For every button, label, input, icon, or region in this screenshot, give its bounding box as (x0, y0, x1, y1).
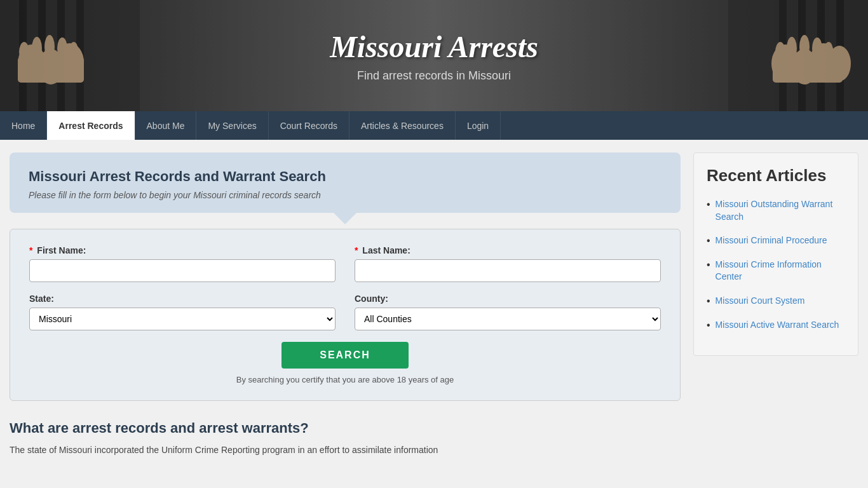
county-group: County: All Counties (355, 294, 661, 330)
svg-point-25 (787, 37, 797, 60)
svg-point-13 (69, 42, 78, 60)
bullet-icon: • (707, 259, 710, 271)
nav-home[interactable]: Home (0, 111, 47, 140)
bottom-content: What are arrest records and arrest warra… (10, 420, 681, 457)
svg-point-12 (57, 37, 67, 59)
name-row: * First Name: * Last Name: (29, 245, 661, 282)
last-name-input[interactable] (355, 259, 661, 282)
required-star-last: * (355, 245, 358, 255)
county-label: County: (355, 294, 661, 304)
nav-court-records[interactable]: Court Records (269, 111, 349, 140)
sidebar-link-crime-information[interactable]: Missouri Crime Information Center (715, 259, 845, 283)
svg-point-10 (32, 37, 42, 60)
search-box-subtitle: Please fill in the form below to begin y… (29, 190, 661, 200)
state-select[interactable]: Missouri (29, 308, 336, 330)
svg-point-27 (812, 37, 822, 59)
site-header: Missouri Arrests Find arrest records in … (0, 0, 868, 111)
svg-point-24 (775, 42, 785, 62)
state-group: State: Missouri (29, 294, 336, 330)
list-item: • Missouri Outstanding Warrant Search (707, 198, 845, 223)
bullet-icon: • (707, 295, 710, 307)
sidebar-link-court-system[interactable]: Missouri Court System (715, 295, 805, 308)
svg-point-28 (824, 42, 833, 60)
nav-login[interactable]: Login (456, 111, 501, 140)
location-row: State: Missouri County: All Counties (29, 294, 661, 330)
list-item: • Missouri Active Warrant Search (707, 319, 845, 332)
sidebar-title: Recent Articles (707, 166, 845, 186)
sidebar-card: Recent Articles • Missouri Outstanding W… (693, 152, 858, 356)
nav-my-services[interactable]: My Services (196, 111, 268, 140)
nav-about-me[interactable]: About Me (135, 111, 197, 140)
county-select[interactable]: All Counties (355, 308, 661, 330)
hands-right-decoration (728, 0, 868, 111)
svg-point-11 (44, 35, 55, 59)
search-box-header: Missouri Arrest Records and Warrant Sear… (10, 152, 681, 213)
main-nav: Home Arrest Records About Me My Services… (0, 111, 868, 140)
header-text-block: Missouri Arrests Find arrest records in … (330, 29, 538, 83)
first-name-label: * First Name: (29, 245, 336, 255)
content-area: Missouri Arrest Records and Warrant Sear… (10, 152, 681, 457)
sidebar: Recent Articles • Missouri Outstanding W… (693, 152, 858, 457)
svg-point-9 (19, 42, 29, 62)
sidebar-link-outstanding-warrant[interactable]: Missouri Outstanding Warrant Search (715, 198, 845, 223)
sidebar-link-active-warrant[interactable]: Missouri Active Warrant Search (715, 319, 839, 332)
hands-left-decoration (0, 0, 140, 111)
bullet-icon: • (707, 235, 710, 247)
site-subtitle: Find arrest records in Missouri (330, 69, 538, 83)
state-label: State: (29, 294, 336, 304)
sidebar-links-list: • Missouri Outstanding Warrant Search • … (707, 198, 845, 331)
svg-rect-8 (18, 57, 84, 83)
list-item: • Missouri Crime Information Center (707, 259, 845, 283)
bullet-icon: • (707, 320, 710, 331)
last-name-label: * Last Name: (355, 245, 661, 255)
svg-rect-23 (773, 57, 843, 83)
first-name-input[interactable] (29, 259, 336, 282)
list-item: • Missouri Criminal Procedure (707, 234, 845, 247)
search-box-title: Missouri Arrest Records and Warrant Sear… (29, 168, 661, 185)
search-disclaimer: By searching you certify that you are ab… (236, 375, 454, 384)
list-item: • Missouri Court System (707, 295, 845, 308)
first-name-group: * First Name: (29, 245, 336, 282)
nav-articles-resources[interactable]: Articles & Resources (349, 111, 456, 140)
search-button-row: SEARCH By searching you certify that you… (29, 342, 661, 384)
svg-point-29 (836, 46, 843, 61)
main-layout: Missouri Arrest Records and Warrant Sear… (0, 140, 868, 470)
svg-point-26 (799, 35, 810, 59)
sidebar-link-criminal-procedure[interactable]: Missouri Criminal Procedure (715, 234, 827, 247)
last-name-group: * Last Name: (355, 245, 661, 282)
search-form: * First Name: * Last Name: State: (10, 229, 681, 401)
site-title: Missouri Arrests (330, 29, 538, 64)
nav-arrest-records[interactable]: Arrest Records (47, 111, 135, 140)
bottom-heading: What are arrest records and arrest warra… (10, 420, 681, 437)
bullet-icon: • (707, 199, 710, 210)
bottom-text: The state of Missouri incorporated the U… (10, 443, 681, 457)
search-button[interactable]: SEARCH (281, 342, 409, 369)
required-star-first: * (29, 245, 32, 255)
